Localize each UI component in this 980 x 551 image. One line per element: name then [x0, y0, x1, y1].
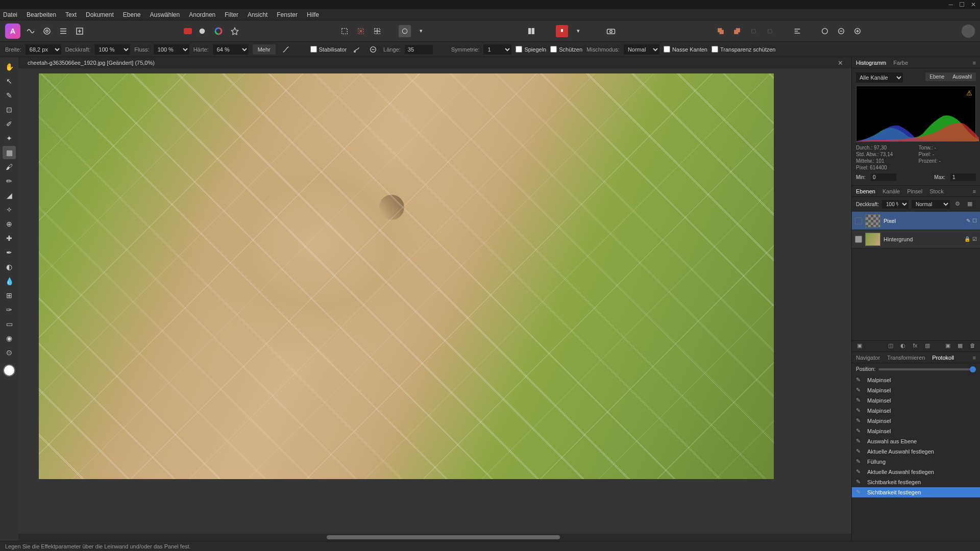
- menu-dokument[interactable]: Dokument: [86, 11, 114, 18]
- position-slider[interactable]: [878, 368, 976, 370]
- erase-brush-tool[interactable]: ✏: [3, 174, 16, 188]
- hardness-input[interactable]: 64 %: [213, 44, 249, 55]
- tab-close-button[interactable]: ✕: [835, 59, 846, 67]
- menu-ebene[interactable]: Ebene: [123, 11, 141, 18]
- arrange-menu-icon[interactable]: [791, 25, 803, 37]
- selection-remove-icon[interactable]: [355, 25, 367, 37]
- lock-icon[interactable]: 🔒: [964, 236, 970, 242]
- panel-menu-icon[interactable]: ≡: [973, 188, 976, 194]
- layer-row-background[interactable]: Hintergrund 🔒☑: [852, 230, 980, 248]
- inpainting-tool[interactable]: ◐: [3, 260, 16, 273]
- close-button[interactable]: ✕: [971, 1, 976, 8]
- layer-cog-icon[interactable]: ⚙: [953, 201, 962, 209]
- histogram-selection-button[interactable]: Auswahl: [948, 72, 976, 81]
- clone-tool[interactable]: ⊕: [3, 217, 16, 231]
- zoom-tool[interactable]: ⊙: [3, 346, 16, 359]
- max-input[interactable]: [950, 173, 976, 181]
- menu-anordnen[interactable]: Anordnen: [189, 11, 215, 18]
- auto-levels-icon[interactable]: [196, 25, 208, 37]
- align-right-icon[interactable]: ▢: [747, 25, 760, 37]
- crop-tool[interactable]: ⊡: [3, 103, 16, 116]
- mask-button[interactable]: ▣: [855, 342, 864, 350]
- flow-input[interactable]: 100 %: [154, 44, 189, 55]
- min-input[interactable]: [871, 173, 896, 181]
- more-button[interactable]: Mehr: [253, 44, 276, 55]
- persona-develop-icon[interactable]: [57, 25, 69, 37]
- pressure-size-icon[interactable]: [280, 43, 292, 56]
- history-item[interactable]: ✎Aktuelle Auswahl festlegen: [852, 467, 980, 477]
- protect-check[interactable]: Schützen: [550, 46, 582, 53]
- delete-layer-icon[interactable]: 🗑: [968, 342, 977, 350]
- snap-dropdown[interactable]: ▾: [572, 25, 584, 37]
- camera-icon[interactable]: [605, 25, 617, 37]
- wet-edges-check[interactable]: Nasse Kanten: [664, 46, 707, 53]
- blur-tool[interactable]: 💧: [3, 274, 16, 288]
- menu-ansicht[interactable]: Ansicht: [248, 11, 267, 18]
- check-icon[interactable]: ☑: [972, 236, 977, 242]
- history-item[interactable]: ✎Malpinsel: [852, 426, 980, 436]
- cloud1-icon[interactable]: [819, 25, 831, 37]
- app-logo-icon[interactable]: A: [5, 23, 20, 39]
- tab-history[interactable]: Protokoll: [932, 355, 954, 361]
- tab-brushes[interactable]: Pinsel: [907, 188, 922, 194]
- horizontal-scrollbar[interactable]: [18, 534, 851, 541]
- menu-auswaehlen[interactable]: Auswählen: [150, 11, 180, 18]
- dodge-tool[interactable]: ✧: [3, 203, 16, 216]
- tab-color[interactable]: Farbe: [893, 60, 908, 66]
- edit-icon[interactable]: ✎: [966, 218, 970, 223]
- selection-intersect-icon[interactable]: [371, 25, 383, 37]
- tab-navigator[interactable]: Navigator: [856, 355, 880, 361]
- scrollbar-thumb[interactable]: [327, 535, 560, 539]
- selection-brush-tool[interactable]: ✐: [3, 117, 16, 131]
- menu-datei[interactable]: Datei: [3, 11, 17, 18]
- maximize-button[interactable]: ☐: [959, 1, 965, 8]
- histogram-layer-button[interactable]: Ebene: [925, 72, 948, 81]
- symmetry-input[interactable]: 1: [483, 44, 511, 55]
- foreground-color-swatch[interactable]: [3, 364, 15, 377]
- selection-new-icon[interactable]: [338, 25, 351, 37]
- color-picker-tool[interactable]: ✎: [3, 89, 16, 102]
- persona-liquify-icon[interactable]: [41, 25, 53, 37]
- history-item[interactable]: ✎Sichtbarkeit festlegen: [852, 487, 980, 497]
- width-input[interactable]: 68,2 px: [26, 44, 61, 55]
- shape-tool[interactable]: ◉: [3, 332, 16, 345]
- length-input[interactable]: [405, 45, 433, 54]
- rectangle-tool[interactable]: ▭: [3, 317, 16, 331]
- stabilizer-check[interactable]: Stabilisator: [310, 46, 347, 53]
- layer-name[interactable]: Hintergrund: [884, 236, 961, 242]
- history-item[interactable]: ✎Malpinsel: [852, 395, 980, 406]
- group-icon[interactable]: ▣: [943, 342, 952, 350]
- panel-menu-icon[interactable]: ≡: [973, 355, 976, 361]
- persona-photo-icon[interactable]: [24, 25, 37, 37]
- blendmode-select[interactable]: Normal: [624, 44, 659, 55]
- mesh-warp-tool[interactable]: ⊞: [3, 289, 16, 302]
- paint-brush-tool[interactable]: 🖌: [3, 160, 16, 173]
- visibility-toggle[interactable]: [855, 236, 862, 243]
- marquee-tool[interactable]: ✦: [3, 132, 16, 145]
- protect-alpha-check[interactable]: Transparenz schützen: [712, 46, 775, 53]
- view-tool[interactable]: ✋: [3, 60, 16, 73]
- opacity-input[interactable]: 100 %: [94, 44, 130, 55]
- canvas-viewport[interactable]: [18, 68, 851, 534]
- add-live-icon[interactable]: ▥: [923, 342, 932, 350]
- align-left-icon[interactable]: [715, 25, 727, 37]
- add-mask-icon[interactable]: ◫: [886, 342, 895, 350]
- align-center-icon[interactable]: [731, 25, 743, 37]
- lock-icon[interactable]: ☐: [972, 218, 977, 223]
- auto-colors-icon[interactable]: [229, 25, 241, 37]
- cloud3-icon[interactable]: [851, 25, 864, 37]
- window-mode-icon[interactable]: [367, 43, 379, 56]
- menu-filter[interactable]: Filter: [225, 11, 238, 18]
- pen-tool[interactable]: ✒: [3, 246, 16, 259]
- align-top-icon[interactable]: ▢: [764, 25, 776, 37]
- tab-stock[interactable]: Stock: [929, 188, 944, 194]
- quickmask-dropdown[interactable]: ▾: [415, 25, 427, 37]
- add-layer-icon[interactable]: ▦: [955, 342, 965, 350]
- history-item[interactable]: ✎Sichtbarkeit festlegen: [852, 477, 980, 487]
- history-item[interactable]: ✎Malpinsel: [852, 385, 980, 395]
- rope-mode-icon[interactable]: [351, 43, 363, 56]
- quickmask-button[interactable]: [399, 25, 411, 37]
- history-item[interactable]: ✎Auswahl aus Ebene: [852, 436, 980, 446]
- healing-tool[interactable]: ✚: [3, 232, 16, 245]
- tab-channels[interactable]: Kanäle: [883, 188, 900, 194]
